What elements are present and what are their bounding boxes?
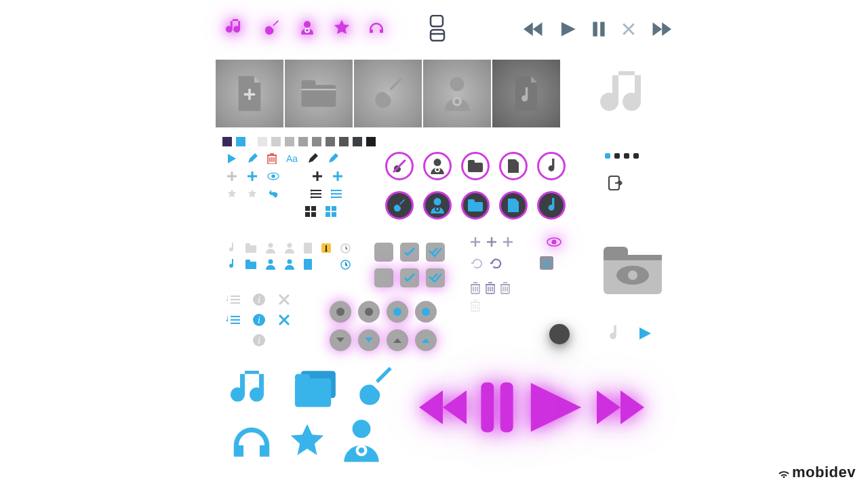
swatch[interactable] [236,137,245,146]
add-icon[interactable] [247,171,258,182]
ring-dark-document[interactable] [499,191,528,220]
grid-icon[interactable] [305,206,316,217]
record-button-blue[interactable] [387,301,408,323]
play-icon[interactable] [559,20,576,38]
key-icon[interactable] [321,243,331,253]
checkbox-checked-glow[interactable] [400,268,419,287]
play-icon[interactable] [226,153,237,164]
edit-icon[interactable] [328,153,338,164]
text-icon[interactable]: Aa [286,153,298,164]
folder-icon[interactable] [245,243,256,253]
guitar-icon[interactable] [262,18,282,38]
checkbox-double-glow[interactable] [426,268,445,287]
list-icon[interactable] [331,189,342,199]
artist-icon[interactable] [342,419,381,464]
record-button[interactable] [330,301,351,323]
swatch[interactable] [353,137,362,146]
forward-big-icon[interactable] [597,388,644,427]
pause-icon[interactable] [591,20,606,38]
checkbox-empty-glow[interactable] [374,268,393,287]
clock-icon[interactable] [340,243,351,253]
music-icon[interactable] [226,259,236,270]
trash-icon[interactable] [471,300,480,312]
add-icon[interactable] [312,171,323,182]
ring-no-guitar[interactable] [385,152,414,180]
tile-add-document[interactable] [216,60,283,127]
folder-preview-icon[interactable] [602,245,663,297]
info-icon[interactable]: i [252,333,266,347]
folder-icon[interactable] [245,260,256,269]
trash-icon[interactable] [471,282,480,294]
close-icon[interactable] [278,293,290,306]
forward-icon[interactable] [651,20,671,38]
up-button[interactable] [387,329,408,351]
checkbox-double[interactable] [426,243,445,262]
trash-icon[interactable] [500,282,510,294]
document-icon[interactable] [304,259,312,270]
swatch[interactable] [326,137,335,146]
record-button-blue[interactable] [415,301,437,323]
swatch[interactable] [366,137,376,146]
tile-folder[interactable] [285,60,353,127]
swatch[interactable] [312,137,321,146]
play-small-icon[interactable] [637,326,652,341]
ring-music[interactable] [537,152,566,180]
headphones-icon[interactable] [231,422,273,460]
star-icon[interactable] [247,188,258,199]
swatch[interactable] [258,137,267,146]
ring-dark-artist[interactable] [423,191,452,220]
star-icon[interactable] [332,18,351,37]
artist-icon[interactable] [266,243,275,253]
down-button-blue[interactable] [358,329,380,351]
ring-folder[interactable] [461,152,490,180]
ring-artist[interactable] [423,152,452,180]
add-icon[interactable] [471,237,480,247]
guitar-icon[interactable] [354,366,397,413]
pause-big-icon[interactable] [479,381,515,434]
star-icon[interactable] [288,422,327,460]
checkbox-empty[interactable] [374,243,393,262]
check-square-icon[interactable] [540,256,553,270]
swatch[interactable] [285,137,294,146]
grid-icon[interactable] [326,206,336,217]
folders-icon[interactable] [293,369,339,410]
star-icon[interactable] [226,188,237,199]
add-icon[interactable] [226,171,237,182]
eye-icon[interactable] [267,172,279,180]
undo-icon[interactable] [490,258,502,268]
swatch[interactable] [339,137,349,146]
add-icon[interactable] [487,237,496,247]
swatch[interactable] [271,137,281,146]
ring-dark-guitar[interactable] [385,191,414,220]
music-icon[interactable] [226,243,236,253]
headphones-icon[interactable] [366,18,387,38]
tile-music-file[interactable] [492,60,560,127]
ring-dark-music[interactable] [537,191,566,220]
edit-icon[interactable] [307,153,318,164]
tile-guitar[interactable] [354,60,422,127]
music-icon[interactable] [224,16,247,39]
eye-icon[interactable] [547,237,561,247]
playlist-icon[interactable] [226,314,240,325]
info-icon[interactable]: i [252,313,266,327]
list-icon[interactable] [311,189,321,199]
close-icon[interactable] [621,22,636,37]
rewind-big-icon[interactable] [419,388,467,427]
trash-icon[interactable] [486,282,495,294]
tile-artist[interactable] [423,60,491,127]
export-icon[interactable] [608,175,624,191]
play-big-icon[interactable] [528,380,585,435]
undo-icon[interactable] [267,188,278,199]
playlist-icon[interactable] [226,294,240,305]
swatch[interactable] [298,137,308,146]
document-icon[interactable] [304,243,312,253]
record-button[interactable] [358,301,380,323]
artist-icon[interactable] [285,243,294,253]
artist-icon[interactable] [266,259,275,270]
artist-icon[interactable] [285,259,294,270]
rewind-icon[interactable] [524,20,544,38]
info-icon[interactable]: i [252,293,266,306]
add-icon[interactable] [332,171,343,182]
add-icon[interactable] [503,237,513,247]
clock-icon[interactable] [340,260,351,270]
